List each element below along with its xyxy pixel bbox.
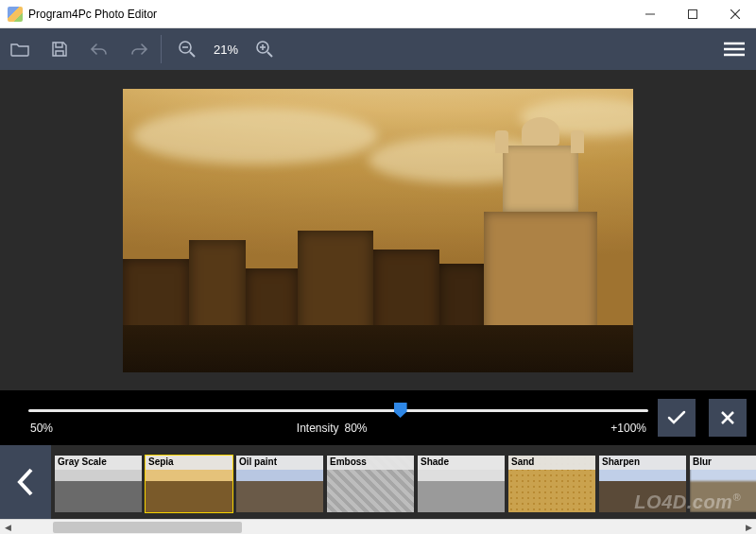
filter-thumb-label: Oil paint: [236, 456, 323, 470]
filter-thumbnails[interactable]: Gray ScaleSepiaOil paintEmbossShadeSandS…: [51, 445, 756, 519]
svg-line-5: [190, 52, 195, 57]
menu-button[interactable]: [713, 28, 756, 70]
back-button[interactable]: [0, 445, 51, 519]
scroll-right-button[interactable]: ▶: [741, 520, 756, 535]
intensity-value: 80%: [345, 422, 368, 435]
filter-thumb-sand[interactable]: Sand: [508, 456, 595, 512]
close-button[interactable]: [713, 0, 756, 28]
filter-thumb-emboss[interactable]: Emboss: [327, 456, 414, 512]
filter-strip: Gray ScaleSepiaOil paintEmbossShadeSandS…: [0, 445, 756, 519]
filter-thumb-gray-scale[interactable]: Gray Scale: [55, 456, 142, 512]
undo-button[interactable]: [79, 28, 119, 70]
filter-thumb-label: Emboss: [327, 456, 414, 470]
scroll-thumb[interactable]: [53, 522, 242, 533]
filter-thumb-label: Sand: [508, 456, 595, 470]
svg-rect-1: [688, 9, 696, 18]
intensity-min: 50%: [30, 422, 53, 435]
filter-thumb-label: Shade: [418, 456, 505, 470]
zoom-out-button[interactable]: [167, 28, 207, 70]
filter-thumb-sepia[interactable]: Sepia: [146, 456, 232, 512]
filter-thumb-blur[interactable]: Blur: [690, 456, 756, 512]
titlebar: Program4Pc Photo Editor: [0, 0, 756, 28]
canvas-area[interactable]: [0, 70, 756, 390]
toolbar-separator: [161, 35, 162, 63]
intensity-slider[interactable]: [28, 401, 648, 420]
app-icon: [8, 7, 23, 22]
cancel-button[interactable]: [709, 399, 747, 437]
slider-thumb[interactable]: [394, 403, 407, 418]
filter-thumb-oil-paint[interactable]: Oil paint: [236, 456, 323, 512]
scroll-left-button[interactable]: ◀: [0, 520, 15, 535]
filter-thumb-shade[interactable]: Shade: [418, 456, 505, 512]
scroll-track[interactable]: [15, 520, 741, 535]
horizontal-scrollbar[interactable]: ◀ ▶: [0, 519, 756, 534]
zoom-in-button[interactable]: [245, 28, 284, 70]
maximize-button[interactable]: [671, 0, 713, 28]
open-button[interactable]: [0, 28, 40, 70]
svg-line-8: [267, 52, 272, 57]
toolbar: 21%: [0, 28, 756, 70]
filter-thumb-label: Blur: [690, 456, 756, 470]
filter-thumb-label: Gray Scale: [55, 456, 142, 470]
intensity-name: Intensity: [297, 422, 339, 435]
filter-thumb-label: Sepia: [146, 456, 232, 470]
window-title: Program4Pc Photo Editor: [28, 8, 157, 21]
filter-thumb-sharpen[interactable]: Sharpen: [599, 456, 686, 512]
redo-button[interactable]: [119, 28, 159, 70]
zoom-level: 21%: [207, 43, 245, 57]
apply-button[interactable]: [658, 399, 696, 437]
minimize-button[interactable]: [628, 0, 671, 28]
filter-thumb-label: Sharpen: [599, 456, 686, 470]
photo-preview: [123, 89, 633, 372]
intensity-panel: 50% Intensity 80% +100%: [0, 390, 756, 445]
save-button[interactable]: [40, 28, 79, 70]
intensity-max: +100%: [610, 422, 646, 435]
